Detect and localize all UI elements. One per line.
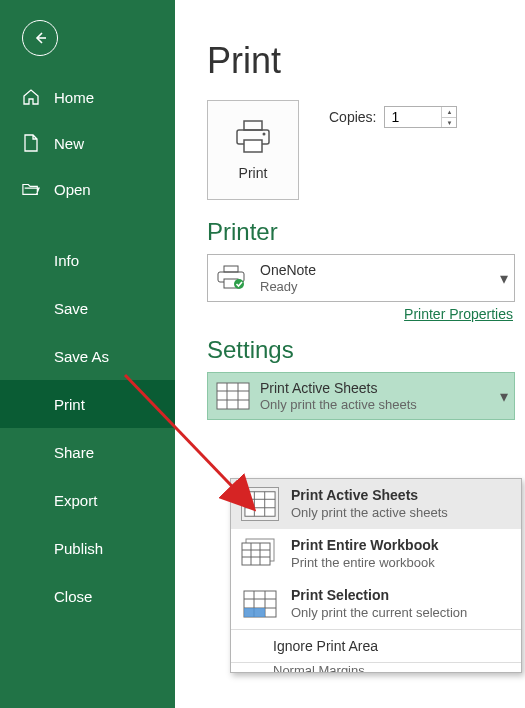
printer-icon	[233, 119, 273, 155]
sidebar-item-publish[interactable]: Publish	[0, 524, 175, 572]
svg-point-8	[234, 279, 244, 289]
print-button[interactable]: Print	[207, 100, 299, 200]
sidebar-item-saveas[interactable]: Save As	[0, 332, 175, 380]
printer-name: OneNote	[260, 262, 316, 279]
sidebar-home-label: Home	[54, 89, 94, 106]
svg-rect-5	[224, 266, 238, 272]
copies-input[interactable]	[385, 107, 441, 127]
print-what-selector[interactable]: Print Active Sheets Only print the activ…	[207, 372, 515, 420]
chevron-down-icon: ▾	[500, 269, 508, 288]
new-file-icon	[22, 134, 40, 152]
print-what-subtitle: Only print the active sheets	[260, 397, 417, 413]
print-what-dropdown: Print Active Sheets Only print the activ…	[230, 478, 522, 673]
copies-spinner[interactable]: ▲ ▼	[384, 106, 457, 128]
worksheet-icon	[241, 487, 279, 521]
option-entire-workbook[interactable]: Print Entire Workbook Print the entire w…	[231, 529, 521, 579]
copies-up[interactable]: ▲	[442, 107, 456, 118]
copies-label: Copies:	[329, 109, 376, 125]
page-title: Print	[207, 40, 515, 82]
svg-point-4	[263, 133, 266, 136]
sidebar-item-share[interactable]: Share	[0, 428, 175, 476]
back-button[interactable]	[22, 20, 58, 56]
sidebar-home[interactable]: Home	[0, 74, 175, 120]
copies-group: Copies: ▲ ▼	[329, 106, 457, 128]
printer-section-title: Printer	[207, 218, 515, 246]
copies-down[interactable]: ▼	[442, 118, 456, 129]
sidebar-open[interactable]: Open	[0, 166, 175, 212]
svg-rect-9	[217, 383, 249, 409]
sidebar-new[interactable]: New	[0, 120, 175, 166]
sidebar-open-label: Open	[54, 181, 91, 198]
sidebar-new-label: New	[54, 135, 84, 152]
arrow-left-icon	[32, 30, 48, 46]
option-active-sheets[interactable]: Print Active Sheets Only print the activ…	[231, 479, 521, 529]
selection-icon	[241, 587, 279, 621]
margins-cutoff: Normal Margins	[231, 662, 521, 672]
print-what-title: Print Active Sheets	[260, 380, 417, 397]
backstage-sidebar: Home New Open Info Save Save As Print Sh…	[0, 0, 175, 708]
printer-status: Ready	[260, 279, 316, 295]
svg-rect-14	[245, 492, 275, 516]
svg-rect-1	[244, 121, 262, 130]
home-icon	[22, 88, 40, 106]
print-button-label: Print	[239, 165, 268, 181]
printer-status-icon	[216, 265, 250, 291]
workbook-icon	[241, 537, 279, 571]
svg-rect-20	[242, 543, 270, 565]
settings-section-title: Settings	[207, 336, 515, 364]
chevron-down-icon: ▾	[500, 387, 508, 406]
sidebar-item-info[interactable]: Info	[0, 236, 175, 284]
printer-selector[interactable]: OneNote Ready ▾	[207, 254, 515, 302]
sidebar-item-print[interactable]: Print	[0, 380, 175, 428]
option-selection[interactable]: Print Selection Only print the current s…	[231, 579, 521, 629]
sidebar-item-save[interactable]: Save	[0, 284, 175, 332]
option-ignore-print-area[interactable]: Ignore Print Area	[231, 630, 521, 662]
folder-open-icon	[22, 180, 40, 198]
svg-rect-3	[244, 140, 262, 152]
printer-properties-link[interactable]: Printer Properties	[207, 306, 515, 322]
sidebar-item-close[interactable]: Close	[0, 572, 175, 620]
worksheet-icon	[216, 382, 250, 410]
svg-rect-30	[244, 608, 265, 617]
sidebar-item-export[interactable]: Export	[0, 476, 175, 524]
